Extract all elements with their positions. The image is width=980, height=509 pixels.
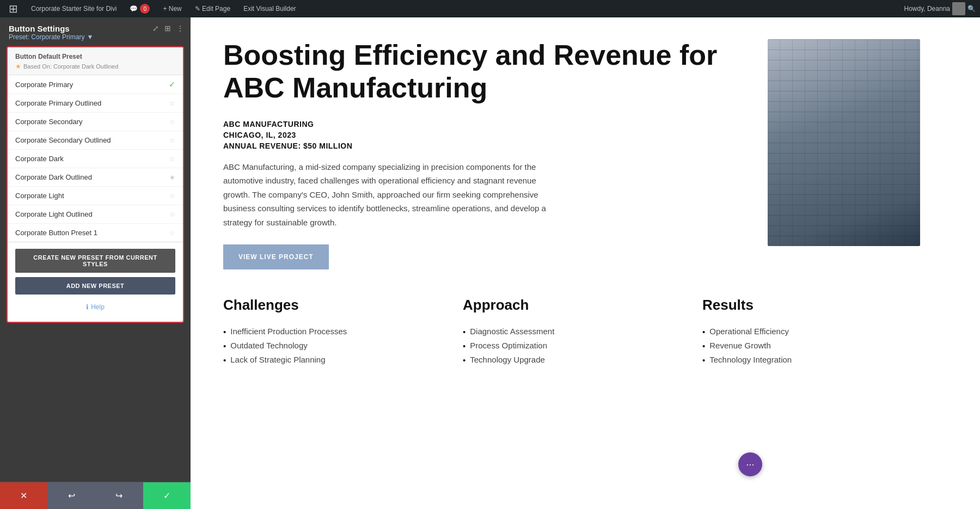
star-icon[interactable]: ☆ [169,100,175,107]
hero-description: ABC Manufacturing, a mid-sized company s… [223,160,550,230]
cancel-button[interactable]: ✕ [0,482,48,509]
based-on-text: Based On: Corporate Dark Outlined [23,63,118,70]
comment-count: 0 [140,4,150,14]
new-button[interactable]: + New [158,0,186,17]
panel-title: Button Settings [9,24,93,33]
list-item: Process Optimization [463,339,681,353]
list-item: Revenue Growth [702,339,920,353]
preset-list: Corporate Primary ✓ Corporate Primary Ou… [8,75,183,242]
redo-button[interactable]: ↪ [95,482,143,509]
add-preset-button[interactable]: ADD NEW PRESET [15,277,175,295]
list-item: Outdated Technology [223,339,441,353]
admin-bar: ⊞ Corporate Starter Site for Divi 💬 0 + … [0,0,980,17]
help-label: Help [91,303,105,311]
list-item[interactable]: Corporate Secondary ☆ [8,113,183,131]
wp-icon: ⊞ [9,2,18,15]
list-item[interactable]: Corporate Dark ☆ [8,150,183,168]
panel-preset-label[interactable]: Preset: Corporate Primary ▼ [9,33,93,41]
left-panel: Button Settings Preset: Corporate Primar… [0,17,191,509]
help-button[interactable]: ℹ Help [15,299,175,315]
building-image [768,39,920,246]
site-name[interactable]: Corporate Starter Site for Divi [27,0,121,17]
list-item[interactable]: Corporate Light ☆ [8,187,183,205]
list-item[interactable]: Corporate Primary ✓ [8,75,183,94]
hero-meta-location: CHICAGO, IL, 2023 [223,131,735,139]
page-content: Boosting Efficiency and Revenue for ABC … [191,17,953,389]
preset-label: Corporate Secondary [15,118,83,126]
help-icon: ℹ [86,303,89,311]
preset-label: Corporate Light [15,192,64,200]
preset-arrow-icon: ▼ [87,33,93,41]
preset-label: Corporate Dark [15,155,64,163]
bottom-bar: ✕ ↩ ↪ ✓ [0,482,191,509]
chat-bubble[interactable]: ··· [738,452,762,476]
star-icon[interactable]: ☆ [169,155,175,163]
admin-bar-right: Howdy, Deanna 🔍 [904,2,976,15]
list-item[interactable]: Corporate Light Outlined ☆ [8,205,183,224]
results-column: Results Operational Efficiency Revenue G… [702,297,920,367]
undo-button[interactable]: ↩ [48,482,96,509]
list-item: Operational Efficiency [702,324,920,339]
comment-item[interactable]: 💬 0 [125,0,154,17]
three-columns: Challenges Inefficient Production Proces… [223,297,920,367]
list-item: Lack of Strategic Planning [223,353,441,367]
hero-text: Boosting Efficiency and Revenue for ABC … [223,39,735,269]
expand-icon[interactable]: ⤢ [152,24,159,33]
results-title: Results [702,297,920,314]
dropdown-default-preset-label: Button Default Preset [15,53,175,60]
panel-icons: ⤢ ⊞ ⋮ [152,24,184,33]
exit-builder-button[interactable]: Exit Visual Builder [239,0,301,17]
preset-label: Corporate Button Preset 1 [15,229,97,237]
star-icon[interactable]: ☆ [169,211,175,218]
star-icon[interactable]: ☆ [169,192,175,200]
hero-meta-revenue: ANNUAL REVENUE: $50 MILLION [223,142,735,150]
star-icon[interactable]: ☆ [169,118,175,126]
columns-icon[interactable]: ⊞ [164,24,171,33]
preset-label: Corporate Primary Outlined [15,99,101,107]
dropdown-based-on: ★ Based On: Corporate Dark Outlined [15,63,175,70]
more-icon[interactable]: ⋮ [176,24,184,33]
star-icon[interactable]: ☆ [169,137,175,144]
hero-meta: ABC MANUFACTURING CHICAGO, IL, 2023 ANNU… [223,120,735,150]
preset-label: Corporate Primary [15,81,73,89]
content-area: Boosting Efficiency and Revenue for ABC … [191,17,980,509]
chat-icon: ··· [746,459,754,470]
preset-label: Corporate Light Outlined [15,210,93,218]
view-project-button[interactable]: VIEW LIVE PROJECT [223,244,329,269]
approach-column: Approach Diagnostic Assessment Process O… [463,297,681,367]
list-item[interactable]: Corporate Button Preset 1 ☆ [8,224,183,242]
challenges-title: Challenges [223,297,441,314]
preset-label: Corporate Secondary Outlined [15,136,111,144]
list-item[interactable]: Corporate Primary Outlined ☆ [8,94,183,113]
avatar [952,2,965,15]
list-item[interactable]: Corporate Dark Outlined ★ [8,168,183,187]
approach-title: Approach [463,297,681,314]
list-item: Diagnostic Assessment [463,324,681,339]
hero-section: Boosting Efficiency and Revenue for ABC … [223,39,920,269]
create-preset-button[interactable]: CREATE NEW PRESET FROM CURRENT STYLES [15,249,175,273]
save-button[interactable]: ✓ [143,482,191,509]
panel-header: Button Settings Preset: Corporate Primar… [0,17,191,46]
hero-image [768,39,920,246]
wp-logo[interactable]: ⊞ [4,0,22,17]
hero-title: Boosting Efficiency and Revenue for ABC … [223,39,735,105]
starred-icon[interactable]: ★ [169,174,175,181]
list-item: Inefficient Production Processes [223,324,441,339]
dropdown-actions: CREATE NEW PRESET FROM CURRENT STYLES AD… [8,242,183,322]
list-item: Technology Upgrade [463,353,681,367]
dropdown-header: Button Default Preset ★ Based On: Corpor… [8,47,183,75]
hero-meta-company: ABC MANUFACTURING [223,120,735,128]
active-check-icon: ✓ [169,80,175,89]
preset-label: Corporate Dark Outlined [15,173,92,181]
list-item[interactable]: Corporate Secondary Outlined ☆ [8,131,183,150]
edit-page-button[interactable]: ✎ Edit Page [191,0,235,17]
challenges-column: Challenges Inefficient Production Proces… [223,297,441,367]
star-icon[interactable]: ☆ [169,229,175,237]
preset-dropdown: Button Default Preset ★ Based On: Corpor… [7,46,184,323]
search-icon[interactable]: 🔍 [967,5,976,13]
based-on-star-icon: ★ [15,63,21,70]
results-list: Operational Efficiency Revenue Growth Te… [702,324,920,367]
list-item: Technology Integration [702,353,920,367]
approach-list: Diagnostic Assessment Process Optimizati… [463,324,681,367]
comment-icon: 💬 [130,5,138,13]
